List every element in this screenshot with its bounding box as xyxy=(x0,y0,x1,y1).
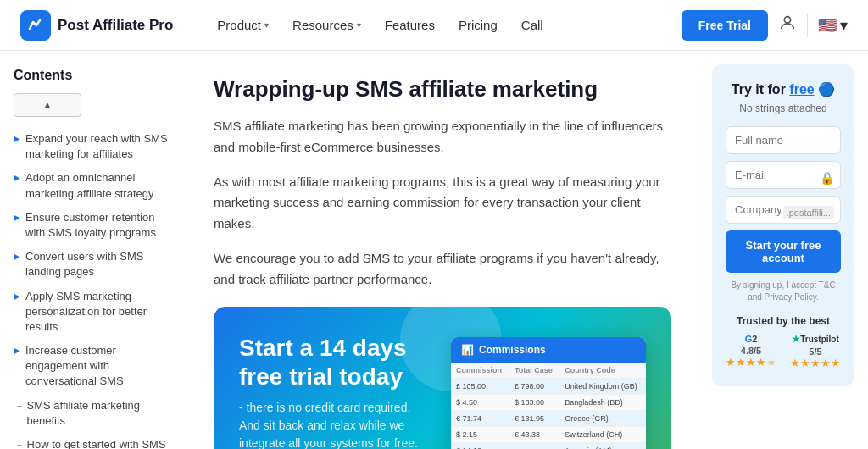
arrow-icon: ▶ xyxy=(14,133,20,145)
sidebar-item-personalization[interactable]: ▶ Apply SMS marketing personalization fo… xyxy=(14,285,172,340)
chevron-down-icon: ▾ xyxy=(840,16,848,35)
navbar: Post Affiliate Pro Product ▾ Resources ▾… xyxy=(0,0,868,51)
try-card-subtitle: No strings attached xyxy=(726,103,841,114)
cta-dashboard-mockup: 📊 Commissions Commission Total Case Coun… xyxy=(451,337,646,449)
start-account-button[interactable]: Start your free account xyxy=(726,230,841,273)
g2-stars: ★★★★★ xyxy=(726,356,776,369)
chevron-down-icon: ▾ xyxy=(264,20,269,30)
table-row: € 71.74 € 131.95 Greece (GR) xyxy=(451,411,646,427)
page-layout: Contents ▲ ▶ Expand your reach with SMS … xyxy=(0,51,868,449)
chevron-down-icon: ▾ xyxy=(357,20,361,30)
sidebar-title: Contents xyxy=(14,68,172,83)
table-row: $ 2.15 € 43.33 Switzerland (CH) xyxy=(451,427,646,443)
svg-point-0 xyxy=(784,17,790,23)
table-header-total: Total Case xyxy=(509,363,559,379)
sidebar-item-retention[interactable]: ▶ Ensure customer retention with SMS loy… xyxy=(14,206,172,245)
table-row: € 14.10 Armenia (AM) xyxy=(451,443,646,449)
table-row: £ 105.00 £ 798.00 United Kingdom (GB) xyxy=(451,379,646,395)
arrow-icon: ▶ xyxy=(14,172,20,184)
company-suffix: .postaffili... xyxy=(783,206,834,219)
arrow-icon: ▶ xyxy=(14,212,20,224)
main-content: Wrapping-up SMS affiliate marketing SMS … xyxy=(186,51,698,449)
article-paragraph-1: SMS affiliate marketing has been growing… xyxy=(214,116,671,158)
dashboard-table: Commission Total Case Country Code £ 105… xyxy=(451,363,646,449)
logo-icon xyxy=(20,10,51,41)
flag-selector[interactable]: 🇺🇸 ▾ xyxy=(818,16,848,35)
chart-icon: 📊 xyxy=(461,344,474,356)
try-free-text: free xyxy=(789,82,814,97)
article-title: Wrapping-up SMS affiliate marketing xyxy=(214,76,671,103)
right-sidebar: Try it for free 🔵 No strings attached 🔒 … xyxy=(698,51,868,449)
g2-score: 4.8/5 xyxy=(726,346,776,356)
trustpilot-logo: ★Trustpilot xyxy=(790,334,841,345)
email-wrapper: 🔒 xyxy=(726,161,841,196)
trustpilot-stars: ★★★★★ xyxy=(790,357,841,369)
nav-call[interactable]: Call xyxy=(511,11,554,39)
nav-features[interactable]: Features xyxy=(375,11,445,39)
sidebar-item-omnichannel[interactable]: ▶ Adopt an omnichannel marketing affilia… xyxy=(14,166,172,205)
g2-rating: G2 4.8/5 ★★★★★ xyxy=(726,334,776,369)
cta-text-block: Start a 14 days free trial today - there… xyxy=(239,334,434,449)
nav-right: Free Trial 🇺🇸 ▾ xyxy=(682,10,848,41)
trustpilot-score: 5/5 xyxy=(790,346,841,357)
arrow-icon: ▶ xyxy=(14,345,20,357)
logo-text: Post Affiliate Pro xyxy=(58,17,173,34)
table-header-country: Country Code xyxy=(559,363,646,379)
free-trial-button[interactable]: Free Trial xyxy=(682,10,768,41)
fullname-input[interactable] xyxy=(726,126,841,154)
nav-product[interactable]: Product ▾ xyxy=(207,11,279,39)
try-card: Try it for free 🔵 No strings attached 🔒 … xyxy=(712,64,854,386)
trusted-label: Trusted by the best xyxy=(726,315,841,327)
article-paragraph-2: As with most affiliate marketing program… xyxy=(214,172,671,235)
g2-logo: G2 xyxy=(726,334,776,344)
try-card-title: Try it for free 🔵 xyxy=(726,81,841,99)
sidebar-item-benefits[interactable]: – SMS affiliate marketing benefits xyxy=(14,394,172,433)
ratings-row: G2 4.8/5 ★★★★★ ★Trustpilot 5/5 ★★★★★ xyxy=(726,334,841,369)
sidebar-item-engagement[interactable]: ▶ Increase customer engagement with conv… xyxy=(14,339,172,394)
nav-pricing[interactable]: Pricing xyxy=(448,11,508,39)
sidebar-up-button[interactable]: ▲ xyxy=(14,93,81,117)
table-row: $ 4.50 $ 133.00 Bangladesh (BD) xyxy=(451,395,646,411)
article-paragraph-3: We encourage you to add SMS to your affi… xyxy=(214,248,671,291)
dash-icon: – xyxy=(17,400,22,412)
sidebar: Contents ▲ ▶ Expand your reach with SMS … xyxy=(0,51,186,449)
arrow-icon: ▶ xyxy=(14,291,20,302)
sidebar-item-convert[interactable]: ▶ Convert users with SMS landing pages xyxy=(14,245,172,284)
terms-text: By signing up, I accept T&C and Privacy … xyxy=(726,280,841,303)
sidebar-item-get-started[interactable]: – How to get started with SMS affiliate … xyxy=(14,433,172,449)
cta-title: Start a 14 days free trial today xyxy=(239,334,434,391)
cta-subtitle: - there is no credit card required. And … xyxy=(239,399,434,449)
trustpilot-rating: ★Trustpilot 5/5 ★★★★★ xyxy=(790,334,841,369)
user-icon[interactable] xyxy=(778,14,797,36)
logo-link[interactable]: Post Affiliate Pro xyxy=(20,10,173,41)
company-wrapper: .postaffili... xyxy=(726,196,841,230)
dashboard-header: 📊 Commissions xyxy=(451,337,646,363)
nav-links: Product ▾ Resources ▾ Features Pricing C… xyxy=(207,11,681,39)
sidebar-item-expand[interactable]: ▶ Expand your reach with SMS marketing f… xyxy=(14,127,172,166)
dash-icon: – xyxy=(17,439,22,449)
email-lock-icon: 🔒 xyxy=(820,171,834,185)
table-header-commission: Commission xyxy=(451,363,509,379)
nav-divider xyxy=(807,14,808,37)
nav-resources[interactable]: Resources ▾ xyxy=(282,11,371,39)
cta-banner: Start a 14 days free trial today - there… xyxy=(214,307,671,449)
arrow-icon: ▶ xyxy=(14,251,20,263)
